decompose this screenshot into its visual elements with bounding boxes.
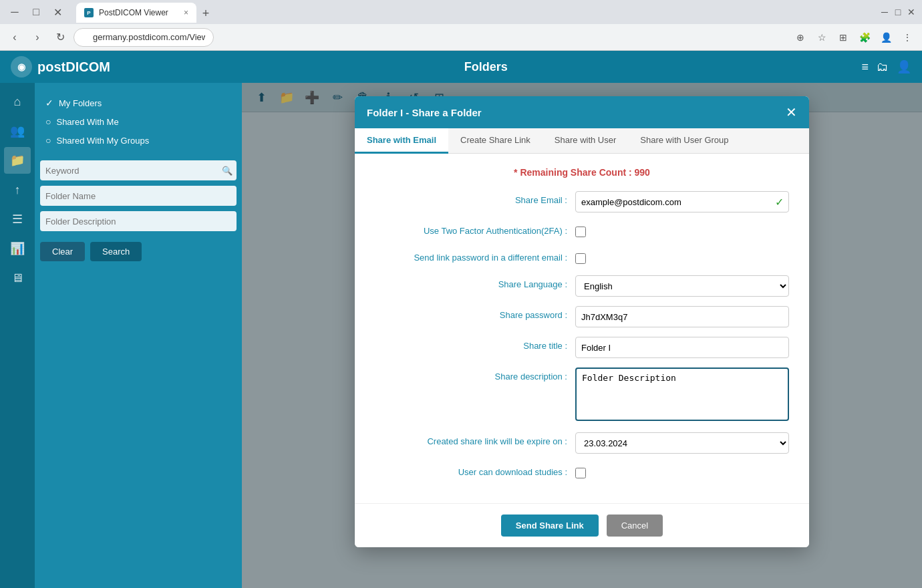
main-content: ⬆ 📁 ➕ ✏ 🗑 ℹ ↺ ⊞ Folder I - Share a Folde… <box>242 83 922 588</box>
language-select[interactable]: English German French Spanish Turkish <box>575 275 789 297</box>
folder-desc-input[interactable] <box>40 211 237 231</box>
modal-close-button[interactable]: ✕ <box>786 106 797 119</box>
expire-wrapper: 23.03.2024 23.06.2024 23.09.2024 Never <box>575 432 789 454</box>
share-title-label: Share title : <box>375 337 575 351</box>
tab-share-user[interactable]: Share with User <box>543 128 628 154</box>
browser-maximize-button[interactable]: □ <box>893 7 903 17</box>
tab-share-email[interactable]: Share with Email <box>355 128 448 154</box>
share-email-input[interactable] <box>575 191 789 212</box>
title-row: Share title : <box>375 337 789 358</box>
modal-body: * Remaining Share Count : 990 Share Emai… <box>355 154 809 503</box>
send-share-link-button[interactable]: Send Share Link <box>501 514 599 537</box>
tab-share-group[interactable]: Share with User Group <box>628 128 740 154</box>
share-email-label: Share Email : <box>375 191 575 205</box>
keyword-wrapper: 🔍 <box>40 160 237 180</box>
password-row: Share password : <box>375 306 789 327</box>
cancel-button[interactable]: Cancel <box>607 514 663 537</box>
sidebar-icon-list[interactable]: ☰ <box>4 206 31 233</box>
description-wrapper: Folder Description <box>575 368 789 423</box>
modal-footer: Send Share Link Cancel <box>355 503 809 547</box>
tab-close-button[interactable]: × <box>184 8 188 17</box>
new-tab-button[interactable]: + <box>196 4 215 23</box>
nav-item-my-folders[interactable]: ✓ My Folders <box>40 94 237 112</box>
address-bar[interactable] <box>73 28 214 47</box>
app-logo: ◉ postDICOM <box>11 56 110 78</box>
app-content: ◉ postDICOM Folders ≡ 🗂 👤 ⌂ 👥 📁 ↑ ☰ 📊 🖥 <box>0 51 922 588</box>
modal-overlay: Folder I - Share a Folder ✕ Share with E… <box>242 83 922 588</box>
share-email-wrapper: ✓ <box>575 191 789 212</box>
maximize-button[interactable]: □ <box>27 3 45 21</box>
title-input[interactable] <box>575 337 789 358</box>
sort-header-icon[interactable]: ≡ <box>861 60 869 74</box>
window-close-button[interactable]: ✕ <box>48 3 67 21</box>
translate-icon[interactable]: ⊕ <box>791 28 810 47</box>
language-label: Share Language : <box>375 275 575 289</box>
tfa-row: Use Two Factor Authentication(2FA) : <box>375 222 789 239</box>
refresh-nav-button[interactable]: ↻ <box>51 28 69 47</box>
menu-icon[interactable]: ⋮ <box>898 28 917 47</box>
tfa-label: Use Two Factor Authentication(2FA) : <box>375 222 575 236</box>
logo-text: postDICOM <box>37 59 110 75</box>
title-bar: ─ □ ✕ P PostDICOM Viewer × + ─ □ ✕ <box>0 0 922 24</box>
sidebar-icon-monitor[interactable]: 🖥 <box>4 265 31 291</box>
sidebar-icon-home[interactable]: ⌂ <box>4 88 31 115</box>
sidebar-icon-chart[interactable]: 📊 <box>4 235 31 262</box>
left-panel-nav: ✓ My Folders ○ Shared With Me ○ Shared W… <box>40 88 237 155</box>
window-controls: ─ □ ✕ <box>5 3 67 21</box>
search-btn-row: Clear Search <box>40 242 237 261</box>
app-header-icons: ≡ 🗂 👤 <box>861 59 911 74</box>
language-row: Share Language : English German French S… <box>375 275 789 297</box>
download-wrapper <box>575 463 789 480</box>
modal-tabs: Share with Email Create Share Link Share… <box>355 128 809 154</box>
tfa-checkbox[interactable] <box>575 227 586 237</box>
search-button[interactable]: Search <box>90 242 142 261</box>
diff-email-checkbox[interactable] <box>575 253 586 264</box>
user-header-icon[interactable]: 👤 <box>897 59 911 74</box>
folder-name-input[interactable] <box>40 186 237 206</box>
expire-row: Created share link will be expire on : 2… <box>375 432 789 454</box>
search-section: 🔍 Clear Search <box>40 160 237 261</box>
download-checkbox[interactable] <box>575 468 586 478</box>
back-button[interactable]: ‹ <box>5 28 24 47</box>
main-layout: ⌂ 👥 📁 ↑ ☰ 📊 🖥 ✓ My Folders ○ Shared <box>0 83 922 588</box>
browser-window: ─ □ ✕ P PostDICOM Viewer × + ─ □ ✕ ‹ › ↻… <box>0 0 922 588</box>
tfa-wrapper <box>575 222 789 239</box>
nav-item-shared-with-me[interactable]: ○ Shared With Me <box>40 112 237 131</box>
browser-close-button[interactable]: ✕ <box>906 7 917 17</box>
bookmark-icon[interactable]: ☆ <box>812 28 831 47</box>
sidebar-icon-people[interactable]: 👥 <box>4 118 31 144</box>
description-textarea[interactable]: Folder Description <box>575 368 789 421</box>
left-panel: ✓ My Folders ○ Shared With Me ○ Shared W… <box>35 83 242 588</box>
remaining-count: * Remaining Share Count : 990 <box>375 167 789 178</box>
password-input[interactable] <box>575 306 789 327</box>
sidebar-icon-upload[interactable]: ↑ <box>4 176 31 203</box>
tab-create-link[interactable]: Create Share Link <box>448 128 543 154</box>
profile-icon[interactable]: 👤 <box>877 28 895 47</box>
shared-with-me-icon: ○ <box>45 116 51 127</box>
active-tab[interactable]: P PostDICOM Viewer × <box>76 3 196 23</box>
forward-button[interactable]: › <box>28 28 47 47</box>
expire-select[interactable]: 23.03.2024 23.06.2024 23.09.2024 Never <box>575 432 789 454</box>
folder-header-icon[interactable]: 🗂 <box>877 60 889 74</box>
extensions-icon[interactable]: 🧩 <box>855 28 874 47</box>
email-valid-icon: ✓ <box>775 196 784 208</box>
navigation-bar: ‹ › ↻ ⊕ ☆ ⊞ 🧩 👤 ⋮ <box>0 24 922 51</box>
keyword-search-icon: 🔍 <box>222 166 233 176</box>
logo-icon: ◉ <box>11 56 32 78</box>
app-header-title: Folders <box>110 60 862 74</box>
download-row: User can download studies : <box>375 463 789 480</box>
minimize-button[interactable]: ─ <box>5 3 24 21</box>
tab-favicon: P <box>84 8 94 17</box>
shared-groups-label: Shared With My Groups <box>56 136 149 146</box>
diff-email-wrapper <box>575 249 789 266</box>
restore-button[interactable]: ─ <box>879 7 890 17</box>
nav-icons: ⊕ ☆ ⊞ 🧩 👤 ⋮ <box>791 28 917 47</box>
tab-search-icon[interactable]: ⊞ <box>834 28 853 47</box>
nav-item-shared-groups[interactable]: ○ Shared With My Groups <box>40 131 237 150</box>
share-email-row: Share Email : ✓ <box>375 191 789 212</box>
sidebar-icon-folder[interactable]: 📁 <box>4 147 31 174</box>
clear-button[interactable]: Clear <box>40 242 85 261</box>
diff-email-row: Send link password in a different email … <box>375 249 789 266</box>
shared-with-me-label: Shared With Me <box>56 117 118 127</box>
keyword-input[interactable] <box>40 160 237 180</box>
